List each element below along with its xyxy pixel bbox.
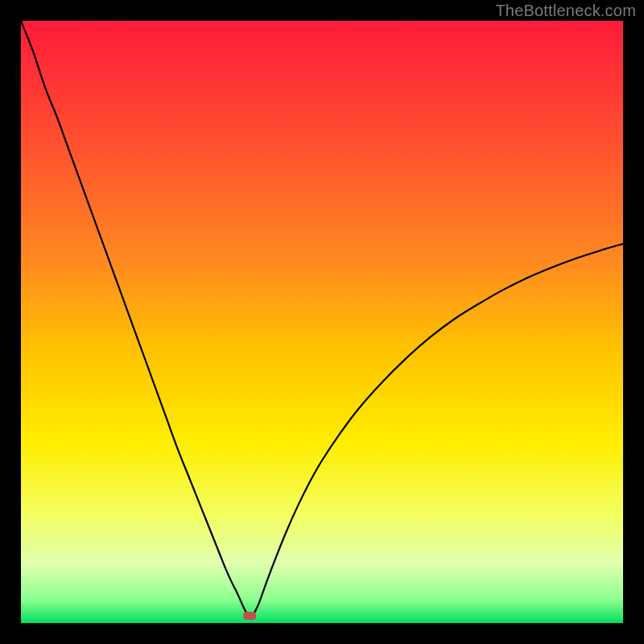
chart-frame: TheBottleneck.com (0, 0, 644, 644)
watermark-text: TheBottleneck.com (495, 2, 636, 20)
plot-area (21, 21, 623, 623)
chart-svg (21, 21, 623, 623)
gradient-background (21, 21, 623, 623)
optimal-point-marker (243, 612, 256, 620)
